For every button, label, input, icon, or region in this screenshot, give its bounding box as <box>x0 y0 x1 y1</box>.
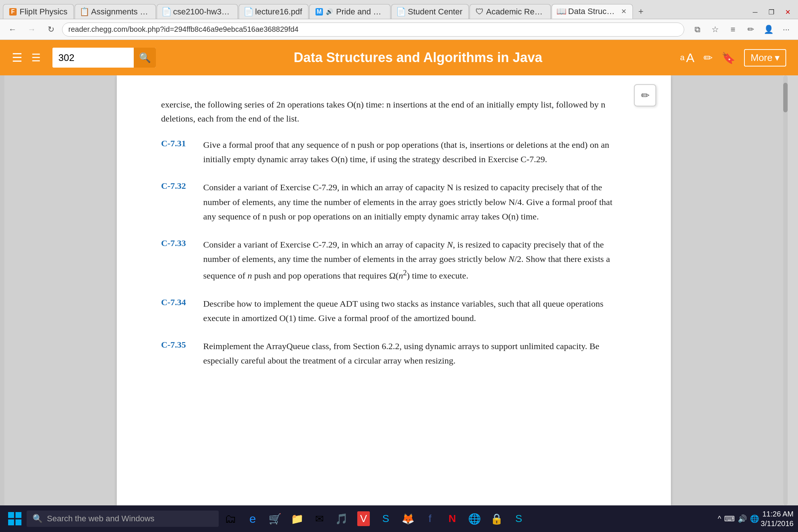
page-container: ✏ exercise, the following series of 2n o… <box>4 75 783 505</box>
exercise-number-c735: C-7.35 <box>161 339 194 368</box>
chegg-search-button[interactable]: 🔍 <box>134 48 156 68</box>
start-button[interactable] <box>4 508 25 529</box>
chegg-more-button[interactable]: More ▾ <box>744 49 786 66</box>
more-icon[interactable]: ··· <box>779 22 794 37</box>
user-icon[interactable]: 👤 <box>761 22 776 37</box>
chegg-book-title: Data Structures and Algorithms in Java <box>156 50 680 65</box>
taskbar-files[interactable]: 📁 <box>287 508 307 529</box>
font-small-label: a <box>680 53 685 62</box>
chegg-menu-icon[interactable]: ☰ <box>12 51 23 65</box>
new-tab-button[interactable]: + <box>634 4 648 19</box>
chegg-toolbar: ☰ ☰ 🔍 Data Structures and Algorithms in … <box>0 40 798 75</box>
tab-flipit[interactable]: F FlipIt Physics <box>3 4 74 19</box>
tab-overview-icon[interactable]: ⧉ <box>690 22 705 37</box>
taskbar-facebook[interactable]: f <box>420 508 440 529</box>
taskbar-lock[interactable]: 🔒 <box>486 508 507 529</box>
forward-button[interactable]: → <box>24 21 40 38</box>
svg-rect-3 <box>16 519 21 525</box>
favorite-icon[interactable]: ☆ <box>708 22 723 37</box>
address-bar: ← → ↻ ⧉ ☆ ≡ ✏ 👤 ··· <box>0 19 798 40</box>
taskbar-app12[interactable]: 🌐 <box>464 508 485 529</box>
minimize-button[interactable]: ─ <box>748 6 763 19</box>
exercise-number-c733: C-7.33 <box>161 238 194 283</box>
tab-flipit-label: FlipIt Physics <box>20 7 68 17</box>
taskbar-tray: ^ ⌨ 🔊 🌐 <box>718 514 759 523</box>
restore-button[interactable]: ❐ <box>764 6 779 19</box>
academic-icon: 🛡 <box>476 8 483 16</box>
taskbar-app14[interactable]: S <box>508 508 529 529</box>
taskbar-apps: 🗂 e 🛒 📁 ✉ 🎵 V S 🦊 <box>220 508 529 529</box>
right-scrollbar[interactable] <box>783 75 798 505</box>
font-large-label: A <box>686 51 695 65</box>
intro-text: exercise, the following series of 2n ope… <box>161 98 627 126</box>
exercise-item-c733: C-7.33 Consider a variant of Exercise C-… <box>161 238 627 283</box>
exercise-item-c732: C-7.32 Consider a variant of Exercise C-… <box>161 180 627 224</box>
tab-assignments[interactable]: 📋 Assignments & Sol <box>75 4 156 19</box>
tab-cse2100[interactable]: 📄 cse2100-hw3.pdf <box>157 4 238 19</box>
assignments-icon: 📋 <box>81 8 88 16</box>
tab-lecture16[interactable]: 📄 lecture16.pdf <box>239 4 308 19</box>
taskbar-store[interactable]: 🛒 <box>265 508 285 529</box>
taskbar: 🔍 Search the web and Windows 🗂 e 🛒 📁 ✉ 🎵 <box>0 505 798 532</box>
search-icon: 🔍 <box>139 52 151 64</box>
chegg-edit-icon[interactable]: ✏ <box>703 51 713 64</box>
taskbar-skype[interactable]: S <box>375 508 396 529</box>
tab-cse2100-label: cse2100-hw3.pdf <box>173 7 232 17</box>
chegg-list-icon[interactable]: ☰ <box>31 52 41 64</box>
svg-rect-1 <box>16 512 21 518</box>
tab-academic[interactable]: 🛡 Academic Regulatic <box>470 4 551 19</box>
taskbar-explorer[interactable]: 🗂 <box>220 508 241 529</box>
exercise-number-c731: C-7.31 <box>161 138 194 167</box>
tray-volume-icon[interactable]: 🔊 <box>738 514 747 523</box>
settings-icon[interactable]: ≡ <box>726 22 740 37</box>
edit-page-icon[interactable]: ✏ <box>743 22 758 37</box>
tab-academic-label: Academic Regulatic <box>486 7 545 17</box>
taskbar-mail[interactable]: ✉ <box>309 508 330 529</box>
exercise-text-c733: Consider a variant of Exercise C-7.29, i… <box>203 238 627 283</box>
windows-logo-icon <box>8 512 21 525</box>
taskbar-date-display: 3/11/2016 <box>761 519 794 528</box>
chegg-page-input[interactable] <box>52 48 134 68</box>
taskbar-app7[interactable]: V <box>353 508 374 529</box>
taskbar-time-display: 11:26 AM <box>761 509 794 519</box>
tray-arrow-icon[interactable]: ^ <box>718 515 721 523</box>
taskbar-netflix[interactable]: N <box>442 508 463 529</box>
datastructures-icon: 📖 <box>558 8 565 15</box>
taskbar-search-label: Search the web and Windows <box>47 514 154 524</box>
reload-button[interactable]: ↻ <box>43 21 59 38</box>
exercise-number-c734: C-7.34 <box>161 297 194 326</box>
taskbar-browser[interactable]: 🦊 <box>398 508 418 529</box>
content-area: ✏ exercise, the following series of 2n o… <box>0 75 798 505</box>
back-button[interactable]: ← <box>4 21 21 38</box>
chegg-bookmark-icon[interactable]: 🔖 <box>722 51 735 64</box>
close-button[interactable]: ✕ <box>780 6 795 19</box>
tab-student-label: Student Center <box>408 7 463 17</box>
chevron-down-icon: ▾ <box>775 52 780 64</box>
tab-lecture16-label: lecture16.pdf <box>255 7 302 17</box>
svg-rect-0 <box>8 512 14 518</box>
pride-sound-icon: 🔊 <box>326 8 333 16</box>
taskbar-ie[interactable]: e <box>242 508 263 529</box>
tab-pride[interactable]: M 🔊 Pride and Preju <box>309 4 391 19</box>
tab-close-icon[interactable]: ✕ <box>621 7 627 16</box>
taskbar-search[interactable]: 🔍 Search the web and Windows <box>27 511 219 527</box>
exercise-text-c734: Describe how to implement the queue ADT … <box>203 297 627 326</box>
flipit-icon: F <box>9 8 17 16</box>
tray-network-icon[interactable]: 🌐 <box>750 514 759 523</box>
exercise-item-c734: C-7.34 Describe how to implement the que… <box>161 297 627 326</box>
address-input[interactable] <box>62 23 684 37</box>
chegg-right-controls: a A ✏ 🔖 More ▾ <box>680 49 786 66</box>
browser-window: F FlipIt Physics 📋 Assignments & Sol 📄 c… <box>0 0 798 532</box>
floating-edit-button[interactable]: ✏ <box>634 84 656 106</box>
font-size-control[interactable]: a A <box>680 51 695 65</box>
exercise-list: C-7.31 Give a formal proof that any sequ… <box>161 138 627 368</box>
tray-keyboard-icon[interactable]: ⌨ <box>724 514 735 523</box>
more-label: More <box>751 52 773 64</box>
exercise-item-c731: C-7.31 Give a formal proof that any sequ… <box>161 138 627 167</box>
taskbar-music[interactable]: 🎵 <box>331 508 352 529</box>
taskbar-clock: 11:26 AM 3/11/2016 <box>761 509 794 528</box>
scroll-thumb[interactable] <box>783 83 788 112</box>
tab-datastructures[interactable]: 📖 Data Structures ✕ <box>552 4 633 19</box>
tab-student[interactable]: 📄 Student Center <box>391 4 469 19</box>
exercise-number-c732: C-7.32 <box>161 180 194 224</box>
